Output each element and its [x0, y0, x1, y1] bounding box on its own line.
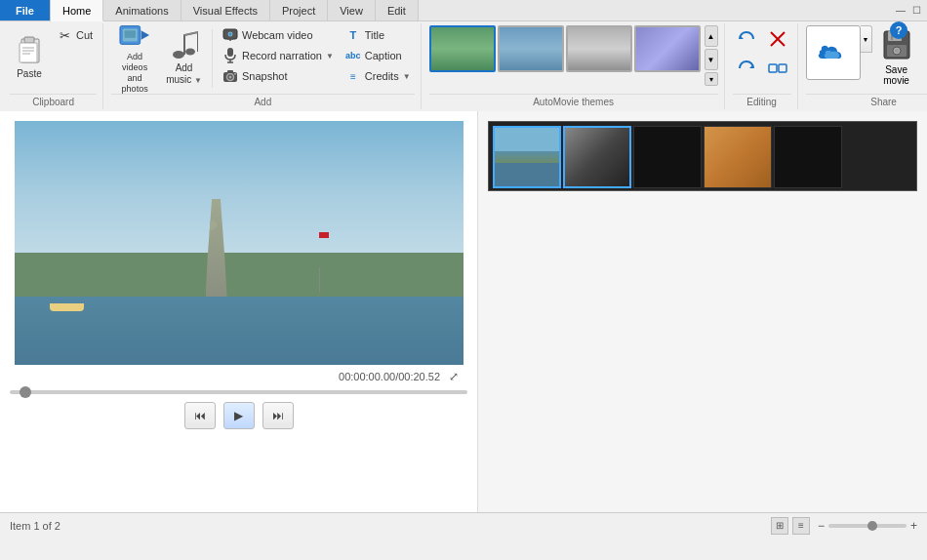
tab-project[interactable]: Project: [270, 0, 328, 20]
statue-of-liberty: [206, 199, 227, 297]
svg-rect-30: [769, 64, 777, 72]
thumbnail-3: [634, 127, 701, 187]
theme-natural[interactable]: [429, 25, 496, 72]
expand-button[interactable]: ⤢: [446, 369, 462, 384]
time-display: 00:00:00.00/00:20.52: [339, 371, 440, 382]
editing-col-2: [764, 25, 791, 82]
clipboard-label: Clipboard: [10, 94, 97, 107]
add-music-label: Addmusic ▼: [166, 62, 202, 86]
zoom-out-button[interactable]: −: [818, 519, 825, 533]
svg-point-15: [228, 33, 231, 36]
rotate-right-button[interactable]: [733, 55, 760, 82]
svg-rect-24: [227, 70, 233, 73]
svg-rect-2: [20, 43, 37, 62]
add-label: Add: [111, 94, 414, 107]
share-label: Share: [806, 94, 927, 107]
trim-button[interactable]: [764, 25, 791, 53]
themes-group: ▲ ▼ ▾ AutoMovie themes: [423, 23, 725, 109]
paste-icon: [14, 35, 45, 66]
snapshot-icon: [222, 68, 238, 84]
status-bar: Item 1 of 2 ⊞ ≡ − +: [0, 512, 927, 538]
flag: [319, 232, 329, 238]
split-button[interactable]: [764, 55, 791, 82]
tab-animations[interactable]: Animations: [103, 0, 181, 20]
svg-point-10: [173, 51, 184, 59]
video-frame: [15, 121, 464, 365]
theme-scroll-down[interactable]: ▼: [705, 49, 718, 70]
theme-scroll: ▲ ▼ ▾: [705, 25, 718, 86]
credits-icon: ≡: [345, 68, 361, 84]
scrubber-handle[interactable]: [20, 386, 31, 398]
microphone-icon: [222, 48, 238, 63]
webcam-button[interactable]: Webcam video: [219, 25, 338, 45]
clipboard-group: Paste ✂ Cut Clipboard: [4, 23, 103, 109]
ribbon-tabs: File Home Animations Visual Effects Proj…: [0, 0, 927, 21]
add-music-button[interactable]: Addmusic ▼: [162, 25, 206, 90]
svg-line-12: [184, 32, 198, 35]
tab-home[interactable]: Home: [51, 0, 103, 21]
theme-pan[interactable]: [634, 25, 701, 72]
sign-in-button[interactable]: Sign in: [921, 25, 927, 90]
storyboard-view-button[interactable]: ⊞: [771, 517, 788, 535]
help-button[interactable]: ?: [890, 21, 907, 39]
minimize-button[interactable]: —: [894, 4, 907, 18]
item-count: Item 1 of 2: [10, 520, 60, 532]
tab-file[interactable]: File: [0, 0, 51, 20]
scrubber[interactable]: [10, 388, 467, 396]
zoom-control: − +: [818, 519, 917, 533]
timeline-view-button[interactable]: ≡: [792, 517, 810, 535]
add-small-btns-1: Webcam video Record narration: [219, 25, 338, 86]
cut-icon: ✂: [57, 27, 72, 43]
zoom-in-button[interactable]: +: [910, 519, 917, 533]
caption-button[interactable]: abc Caption: [342, 46, 415, 65]
view-buttons: ⊞ ≡: [771, 517, 810, 535]
theme-scroll-up[interactable]: ▲: [705, 25, 718, 47]
ribbon: Paste ✂ Cut Clipboard: [0, 21, 927, 111]
svg-rect-9: [125, 31, 136, 39]
svg-point-37: [895, 49, 899, 53]
timeline-area: [478, 111, 927, 512]
title-icon: T: [345, 27, 361, 43]
theme-fade[interactable]: [566, 25, 632, 72]
sky: [15, 121, 464, 267]
scrubber-track[interactable]: [10, 390, 467, 394]
film-frame-5[interactable]: [774, 126, 842, 188]
editing-group: Editing: [727, 23, 798, 109]
rotate-left-button[interactable]: [733, 25, 760, 53]
cut-button[interactable]: ✂ Cut: [53, 25, 97, 45]
zoom-thumb[interactable]: [867, 521, 877, 531]
onedrive-dropdown[interactable]: ▼: [861, 25, 872, 53]
thumbnail-1: [495, 128, 559, 186]
themes-label: AutoMovie themes: [429, 94, 718, 107]
add-music-icon: [169, 29, 200, 60]
film-frame-2[interactable]: [563, 126, 631, 188]
theme-cinema[interactable]: [498, 25, 564, 72]
play-button[interactable]: ▶: [223, 402, 255, 429]
film-frame-3[interactable]: [633, 126, 702, 188]
svg-rect-25: [234, 73, 236, 75]
editing-label: Editing: [733, 94, 791, 107]
onedrive-button[interactable]: [806, 25, 861, 80]
credits-button[interactable]: ≡ Credits ▼: [342, 66, 415, 86]
paste-button[interactable]: Paste: [10, 25, 49, 90]
tab-visual-effects[interactable]: Visual Effects: [181, 0, 270, 20]
theme-scroll-more[interactable]: ▾: [705, 72, 718, 86]
svg-point-23: [228, 76, 231, 79]
tab-view[interactable]: View: [328, 0, 376, 20]
zoom-track[interactable]: [828, 524, 907, 528]
thumbnail-4: [705, 127, 771, 187]
film-frame-4[interactable]: [704, 126, 772, 188]
title-button[interactable]: T Title: [342, 25, 415, 45]
next-frame-button[interactable]: ⏭: [262, 402, 294, 429]
add-videos-icon: [119, 20, 150, 50]
previous-frame-button[interactable]: ⏮: [184, 402, 216, 429]
main-area: 00:00:00.00/00:20.52 ⤢ ⏮ ▶ ⏭: [0, 111, 927, 512]
add-videos-button[interactable]: Add videos and photos: [111, 25, 158, 90]
film-frame-1[interactable]: [493, 126, 561, 188]
record-narration-button[interactable]: Record narration ▼: [219, 46, 338, 65]
tab-edit[interactable]: Edit: [376, 0, 419, 20]
status-right: ⊞ ≡ − +: [771, 517, 917, 535]
snapshot-button[interactable]: Snapshot: [219, 66, 338, 86]
boat: [50, 303, 84, 311]
restore-button[interactable]: ☐: [909, 4, 923, 18]
